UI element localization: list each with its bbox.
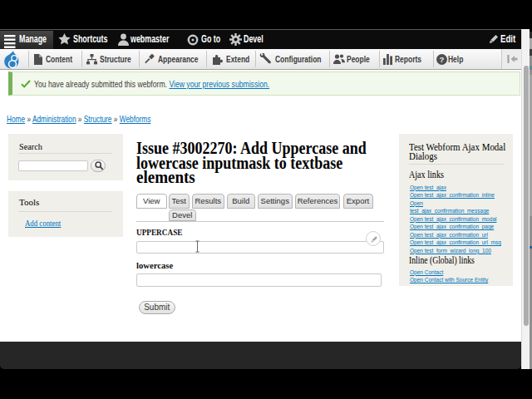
svg-text:?: ?: [440, 55, 445, 64]
